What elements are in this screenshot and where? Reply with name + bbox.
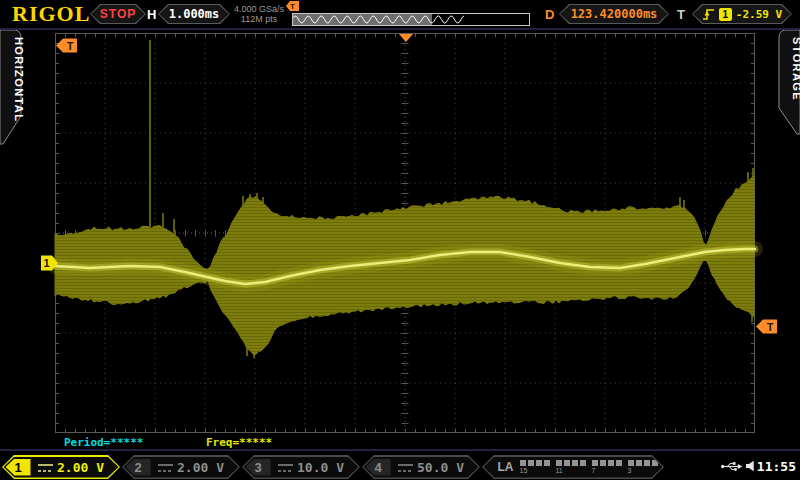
channel1-ground-marker-label: 1 bbox=[43, 257, 49, 269]
scope-display: T T 1 HORIZONTAL STORAGE bbox=[0, 0, 800, 480]
channel-2-box[interactable]: 2 2.00 V bbox=[122, 455, 240, 479]
digital-channel-square bbox=[608, 460, 614, 466]
oscilloscope-screen: T T 1 HORIZONTAL STORAGE RIGOL STO bbox=[0, 0, 800, 480]
measurement-period: Period=***** bbox=[64, 436, 143, 449]
digital-channel-square bbox=[592, 460, 598, 466]
delay-offset-badge[interactable]: 123.420000ms bbox=[559, 4, 669, 24]
digital-channel-square bbox=[616, 460, 622, 466]
sample-rate: 4.000 GSa/s bbox=[226, 4, 292, 14]
tab-storage-label: STORAGE bbox=[791, 37, 800, 101]
delay-label: D bbox=[545, 7, 554, 22]
digital-channel-square bbox=[556, 460, 562, 466]
channel-4-scale: 50.0 V bbox=[413, 460, 479, 475]
digital-channel-square bbox=[600, 460, 606, 466]
digital-channel-square bbox=[580, 460, 586, 466]
delay-offset-value: 123.420000ms bbox=[560, 5, 668, 23]
logic-analyzer-box[interactable]: LA 151173 bbox=[482, 455, 664, 479]
tab-storage-menu[interactable]: STORAGE bbox=[779, 30, 800, 134]
tab-horizontal-menu[interactable]: HORIZONTAL bbox=[0, 30, 25, 144]
top-status-bar: RIGOL STOP H 1.000ms 4.000 GSa/s 112M pt… bbox=[0, 0, 800, 30]
digital-channel-group: 15 bbox=[520, 460, 550, 466]
channel-1-inner: 1 2.00 V bbox=[4, 457, 119, 478]
channel-3-inner: 3 10.0 V bbox=[244, 457, 359, 478]
trigger-level-flag[interactable]: T bbox=[756, 320, 777, 334]
run-state-text: STOP bbox=[91, 5, 145, 23]
digital-channel-square bbox=[520, 460, 526, 466]
run-state-badge[interactable]: STOP bbox=[90, 4, 146, 24]
waveform-ch1 bbox=[55, 40, 755, 358]
channel-1-box[interactable]: 1 2.00 V bbox=[2, 455, 120, 479]
channel-3-box[interactable]: 3 10.0 V bbox=[242, 455, 360, 479]
memory-position-bar bbox=[292, 12, 530, 25]
digital-channel-square bbox=[528, 460, 534, 466]
digital-channel-square bbox=[564, 460, 570, 466]
trigger-level-flag-label: T bbox=[767, 321, 774, 333]
rigol-logo: RIGOL bbox=[12, 1, 90, 27]
memory-bar-graphic bbox=[292, 13, 530, 26]
digital-channel-group-label: 11 bbox=[556, 467, 563, 475]
channel-1-coupling-icon bbox=[38, 463, 53, 472]
digital-channel-group-label: 15 bbox=[520, 467, 528, 475]
channel-3-scale: 10.0 V bbox=[293, 460, 359, 475]
logic-analyzer-inner: LA 151173 bbox=[484, 457, 663, 478]
trigger-time-flag[interactable]: T bbox=[56, 39, 77, 53]
horizontal-scale-label: H bbox=[147, 7, 156, 22]
trigger-source-channel: 1 bbox=[719, 8, 732, 21]
trigger-position-marker[interactable] bbox=[399, 34, 413, 42]
digital-channel-square bbox=[628, 460, 634, 466]
digital-channel-square bbox=[636, 460, 642, 466]
acquisition-info: 4.000 GSa/s 112M pts bbox=[226, 4, 292, 24]
digital-channel-square bbox=[644, 460, 650, 466]
digital-channel-group-label: 7 bbox=[592, 467, 596, 475]
usb-icon bbox=[720, 460, 744, 473]
digital-channel-group-label: 3 bbox=[628, 467, 632, 475]
logic-analyzer-label: LA bbox=[498, 460, 514, 474]
status-icons: 11:55 bbox=[720, 457, 796, 475]
clock: 11:55 bbox=[757, 459, 796, 474]
channel-1-scale: 2.00 V bbox=[53, 460, 119, 475]
digital-channel-group: 11 bbox=[556, 460, 586, 466]
trigger-label: T bbox=[677, 7, 685, 22]
channel-4-inner: 4 50.0 V bbox=[364, 457, 479, 478]
horizontal-scale-badge[interactable]: 1.000ms bbox=[158, 4, 230, 24]
channel-2-scale: 2.00 V bbox=[173, 460, 239, 475]
memory-depth: 112M pts bbox=[226, 14, 292, 24]
trigger-time-flag-label: T bbox=[67, 40, 74, 52]
digital-channel-square bbox=[544, 460, 550, 466]
trigger-edge-icon bbox=[702, 7, 715, 21]
digital-channel-groups: 151173 bbox=[520, 460, 658, 466]
trigger-level-value: -2.59 V bbox=[736, 8, 782, 21]
digital-channel-square bbox=[572, 460, 578, 466]
horizontal-scale-value: 1.000ms bbox=[159, 5, 229, 23]
measurement-freq: Freq=***** bbox=[206, 436, 272, 449]
trigger-settings-content: 1 -2.59 V bbox=[693, 5, 791, 23]
trigger-settings-badge[interactable]: 1 -2.59 V bbox=[692, 4, 792, 24]
channel-2-inner: 2 2.00 V bbox=[124, 457, 239, 478]
channel-3-coupling-icon bbox=[278, 463, 293, 472]
channel-4-box[interactable]: 4 50.0 V bbox=[362, 455, 480, 479]
channel-4-coupling-icon bbox=[398, 463, 413, 472]
speaker-icon bbox=[746, 460, 755, 472]
tab-horizontal-label: HORIZONTAL bbox=[13, 37, 25, 122]
digital-channel-group: 3 bbox=[628, 460, 658, 466]
digital-channel-group: 7 bbox=[592, 460, 622, 466]
channel-status-bar: 1 2.00 V 2 2.00 V 3 10.0 V 4 bbox=[0, 449, 800, 480]
channel-2-coupling-icon bbox=[158, 463, 173, 472]
digital-channel-square bbox=[536, 460, 542, 466]
